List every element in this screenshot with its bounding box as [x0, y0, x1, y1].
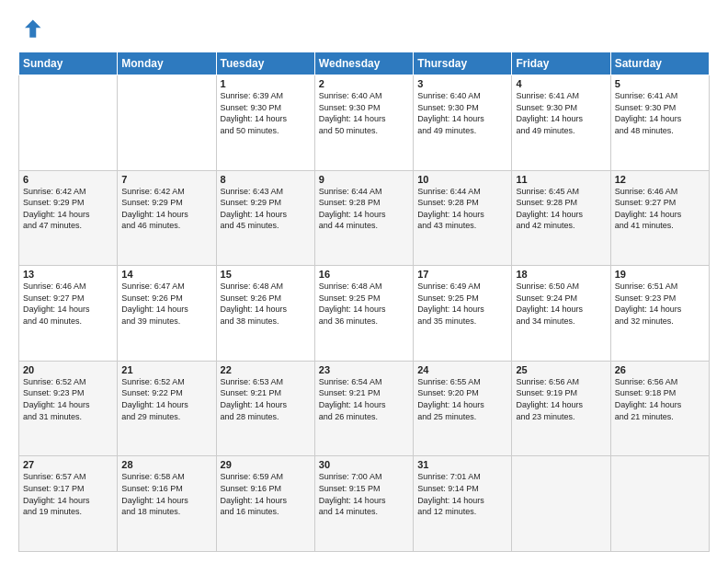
day-number: 12 — [615, 174, 705, 185]
day-info: Sunrise: 6:44 AM Sunset: 9:28 PM Dayligh… — [319, 186, 409, 232]
day-number: 4 — [516, 78, 606, 89]
calendar-cell: 5Sunrise: 6:41 AM Sunset: 9:30 PM Daylig… — [610, 75, 709, 171]
day-info: Sunrise: 6:39 AM Sunset: 9:30 PM Dayligh… — [221, 90, 311, 136]
day-number: 27 — [23, 459, 113, 470]
day-info: Sunrise: 6:41 AM Sunset: 9:30 PM Dayligh… — [615, 90, 705, 136]
calendar-cell: 8Sunrise: 6:43 AM Sunset: 9:29 PM Daylig… — [216, 170, 314, 266]
calendar-cell: 19Sunrise: 6:51 AM Sunset: 9:23 PM Dayli… — [610, 266, 709, 362]
day-info: Sunrise: 6:48 AM Sunset: 9:25 PM Dayligh… — [319, 281, 409, 327]
calendar-cell: 23Sunrise: 6:54 AM Sunset: 9:21 PM Dayli… — [314, 361, 413, 456]
day-info: Sunrise: 6:44 AM Sunset: 9:28 PM Dayligh… — [417, 186, 507, 232]
day-info: Sunrise: 6:41 AM Sunset: 9:30 PM Dayligh… — [516, 90, 606, 136]
calendar-day-header: Thursday — [414, 52, 512, 75]
day-number: 2 — [319, 78, 409, 89]
calendar-cell: 31Sunrise: 7:01 AM Sunset: 9:14 PM Dayli… — [414, 456, 512, 552]
calendar-cell: 12Sunrise: 6:46 AM Sunset: 9:27 PM Dayli… — [610, 170, 709, 266]
calendar-cell: 21Sunrise: 6:52 AM Sunset: 9:22 PM Dayli… — [118, 361, 216, 456]
day-number: 14 — [121, 269, 211, 280]
calendar-day-header: Friday — [512, 52, 610, 75]
calendar-cell — [610, 456, 709, 552]
calendar-cell: 13Sunrise: 6:46 AM Sunset: 9:27 PM Dayli… — [19, 266, 118, 362]
calendar-cell — [19, 75, 118, 171]
calendar-week-row: 1Sunrise: 6:39 AM Sunset: 9:30 PM Daylig… — [19, 75, 710, 171]
day-info: Sunrise: 6:52 AM Sunset: 9:22 PM Dayligh… — [121, 376, 211, 422]
calendar-day-header: Tuesday — [216, 52, 314, 75]
calendar-cell: 18Sunrise: 6:50 AM Sunset: 9:24 PM Dayli… — [512, 266, 610, 362]
day-info: Sunrise: 6:43 AM Sunset: 9:29 PM Dayligh… — [221, 186, 311, 232]
day-number: 31 — [417, 459, 507, 470]
day-info: Sunrise: 6:51 AM Sunset: 9:23 PM Dayligh… — [615, 281, 705, 327]
day-number: 13 — [23, 269, 113, 280]
day-info: Sunrise: 6:53 AM Sunset: 9:21 PM Dayligh… — [221, 376, 311, 422]
calendar-cell: 4Sunrise: 6:41 AM Sunset: 9:30 PM Daylig… — [512, 75, 610, 171]
day-number: 15 — [221, 269, 311, 280]
calendar-cell: 24Sunrise: 6:55 AM Sunset: 9:20 PM Dayli… — [414, 361, 512, 456]
calendar-day-header: Wednesday — [314, 52, 413, 75]
day-info: Sunrise: 6:52 AM Sunset: 9:23 PM Dayligh… — [23, 376, 113, 422]
calendar-week-row: 27Sunrise: 6:57 AM Sunset: 9:17 PM Dayli… — [19, 456, 710, 552]
calendar-cell: 2Sunrise: 6:40 AM Sunset: 9:30 PM Daylig… — [314, 75, 413, 171]
day-number: 11 — [516, 174, 606, 185]
day-info: Sunrise: 6:49 AM Sunset: 9:25 PM Dayligh… — [417, 281, 507, 327]
logo-icon — [18, 17, 44, 42]
calendar-header-row: SundayMondayTuesdayWednesdayThursdayFrid… — [19, 52, 710, 75]
day-number: 24 — [417, 364, 507, 375]
calendar-table: SundayMondayTuesdayWednesdayThursdayFrid… — [18, 52, 710, 552]
calendar-cell: 6Sunrise: 6:42 AM Sunset: 9:29 PM Daylig… — [19, 170, 118, 266]
calendar-cell: 14Sunrise: 6:47 AM Sunset: 9:26 PM Dayli… — [118, 266, 216, 362]
day-info: Sunrise: 6:46 AM Sunset: 9:27 PM Dayligh… — [23, 281, 113, 327]
day-number: 23 — [319, 364, 409, 375]
day-info: Sunrise: 6:56 AM Sunset: 9:19 PM Dayligh… — [516, 376, 606, 422]
calendar-cell: 30Sunrise: 7:00 AM Sunset: 9:15 PM Dayli… — [314, 456, 413, 552]
calendar-cell: 22Sunrise: 6:53 AM Sunset: 9:21 PM Dayli… — [216, 361, 314, 456]
calendar-cell: 29Sunrise: 6:59 AM Sunset: 9:16 PM Dayli… — [216, 456, 314, 552]
calendar-cell: 11Sunrise: 6:45 AM Sunset: 9:28 PM Dayli… — [512, 170, 610, 266]
svg-marker-0 — [25, 20, 41, 38]
calendar-cell: 3Sunrise: 6:40 AM Sunset: 9:30 PM Daylig… — [414, 75, 512, 171]
page: SundayMondayTuesdayWednesdayThursdayFrid… — [0, 0, 728, 563]
calendar-week-row: 13Sunrise: 6:46 AM Sunset: 9:27 PM Dayli… — [19, 266, 710, 362]
day-info: Sunrise: 6:59 AM Sunset: 9:16 PM Dayligh… — [221, 471, 311, 517]
day-number: 18 — [516, 269, 606, 280]
day-info: Sunrise: 7:00 AM Sunset: 9:15 PM Dayligh… — [319, 471, 409, 517]
calendar-cell: 10Sunrise: 6:44 AM Sunset: 9:28 PM Dayli… — [414, 170, 512, 266]
day-number: 19 — [615, 269, 705, 280]
day-info: Sunrise: 6:50 AM Sunset: 9:24 PM Dayligh… — [516, 281, 606, 327]
day-info: Sunrise: 6:40 AM Sunset: 9:30 PM Dayligh… — [417, 90, 507, 136]
calendar-cell: 20Sunrise: 6:52 AM Sunset: 9:23 PM Dayli… — [19, 361, 118, 456]
day-number: 28 — [121, 459, 211, 470]
calendar-day-header: Sunday — [19, 52, 118, 75]
day-number: 26 — [615, 364, 705, 375]
day-info: Sunrise: 6:57 AM Sunset: 9:17 PM Dayligh… — [23, 471, 113, 517]
day-info: Sunrise: 6:58 AM Sunset: 9:16 PM Dayligh… — [121, 471, 211, 517]
calendar-cell: 9Sunrise: 6:44 AM Sunset: 9:28 PM Daylig… — [314, 170, 413, 266]
day-number: 1 — [221, 78, 311, 89]
day-info: Sunrise: 6:46 AM Sunset: 9:27 PM Dayligh… — [615, 186, 705, 232]
day-info: Sunrise: 6:56 AM Sunset: 9:18 PM Dayligh… — [615, 376, 705, 422]
day-number: 30 — [319, 459, 409, 470]
calendar-cell — [512, 456, 610, 552]
calendar-cell: 15Sunrise: 6:48 AM Sunset: 9:26 PM Dayli… — [216, 266, 314, 362]
header — [18, 17, 710, 42]
day-number: 17 — [417, 269, 507, 280]
day-number: 16 — [319, 269, 409, 280]
calendar-cell: 1Sunrise: 6:39 AM Sunset: 9:30 PM Daylig… — [216, 75, 314, 171]
day-number: 29 — [221, 459, 311, 470]
day-info: Sunrise: 6:42 AM Sunset: 9:29 PM Dayligh… — [23, 186, 113, 232]
calendar-cell: 16Sunrise: 6:48 AM Sunset: 9:25 PM Dayli… — [314, 266, 413, 362]
day-info: Sunrise: 7:01 AM Sunset: 9:14 PM Dayligh… — [417, 471, 507, 517]
day-number: 9 — [319, 174, 409, 185]
day-info: Sunrise: 6:47 AM Sunset: 9:26 PM Dayligh… — [121, 281, 211, 327]
day-info: Sunrise: 6:48 AM Sunset: 9:26 PM Dayligh… — [221, 281, 311, 327]
day-info: Sunrise: 6:55 AM Sunset: 9:20 PM Dayligh… — [417, 376, 507, 422]
day-info: Sunrise: 6:45 AM Sunset: 9:28 PM Dayligh… — [516, 186, 606, 232]
day-number: 5 — [615, 78, 705, 89]
day-number: 20 — [23, 364, 113, 375]
calendar-cell: 25Sunrise: 6:56 AM Sunset: 9:19 PM Dayli… — [512, 361, 610, 456]
day-number: 22 — [221, 364, 311, 375]
day-number: 8 — [221, 174, 311, 185]
day-number: 21 — [121, 364, 211, 375]
calendar-cell — [118, 75, 216, 171]
day-number: 25 — [516, 364, 606, 375]
calendar-day-header: Monday — [118, 52, 216, 75]
